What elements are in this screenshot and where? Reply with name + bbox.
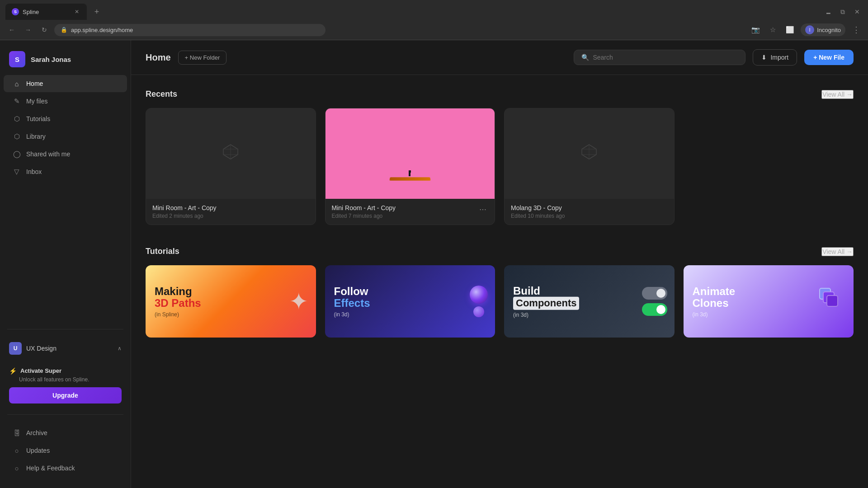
sidebar-item-library[interactable]: ⬡ Library [4, 128, 127, 145]
sidebar-item-label: Library [26, 133, 46, 140]
tutorial-text: Build Components (in 3d) [513, 285, 579, 318]
import-button[interactable]: ⬇ Import [753, 49, 797, 66]
new-folder-button[interactable]: + New Folder [178, 51, 227, 65]
browser-menu-button[interactable]: ⋮ [850, 23, 863, 36]
app-container: S Sarah Jonas ⌂ Home ✎ My files ⬡ Tutori… [0, 40, 868, 488]
window-controls: 🗕 ⧉ ✕ [823, 6, 863, 17]
cube-icon [222, 143, 240, 164]
library-icon: ⬡ [13, 132, 21, 141]
sidebar-item-label: Shared with me [26, 150, 70, 158]
user-avatar: S [9, 51, 25, 67]
files-grid: Mini Room - Art - Copy Edited 2 minutes … [146, 108, 854, 225]
main-content: Home + New Folder 🔍 ⬇ Import + New File … [131, 40, 868, 488]
file-menu-button[interactable]: ⋯ [477, 204, 488, 215]
sidebar-item-label: My files [26, 98, 47, 105]
activate-row: ⚡ Activate Super [9, 367, 122, 375]
maximize-button[interactable]: ⧉ [837, 6, 848, 17]
page-title: Home [146, 52, 171, 63]
team-avatar: U [9, 342, 22, 355]
new-tab-button[interactable]: + [90, 5, 103, 18]
profile-button[interactable]: I Incognito [801, 23, 845, 36]
tab-favicon: S [12, 8, 19, 15]
tutorials-grid: Making 3D Paths (in Spline) ✦ Follow Eff… [146, 265, 854, 338]
sidebar-item-label: Archive [26, 429, 47, 436]
extensions-icon[interactable]: ⬜ [783, 23, 796, 36]
box-icon: ⬡ [13, 115, 21, 123]
file-thumbnail [505, 108, 674, 199]
tutorial-text: Making 3D Paths (in Spline) [155, 286, 201, 318]
tutorial-visual [642, 287, 667, 316]
sidebar-item-shared[interactable]: ◯ Shared with me [4, 145, 127, 163]
tutorial-card[interactable]: Build Components (in 3d) [504, 265, 675, 338]
lightning-icon: ⚡ [9, 367, 17, 375]
file-card[interactable]: Mini Room - Art - Copy Edited 7 minutes … [325, 108, 495, 225]
file-time: Edited 2 minutes ago [152, 213, 217, 219]
chevron-up-icon: ∧ [118, 345, 122, 352]
activate-subtitle: Unlock all features on Spline. [19, 376, 122, 383]
scene-preview [326, 108, 495, 199]
recents-view-all-button[interactable]: View All → [821, 90, 854, 99]
activate-title: Activate Super [20, 367, 61, 374]
address-bar: ← → ↻ 🔒 app.spline.design/home 📷 ☆ ⬜ I I… [0, 20, 868, 40]
tutorial-visual [470, 286, 488, 317]
file-card[interactable]: Molang 3D - Copy Edited 10 minutes ago [504, 108, 675, 225]
inbox-icon: ▽ [13, 168, 21, 176]
file-name: Mini Room - Art - Copy [332, 204, 396, 211]
tutorials-title: Tutorials [146, 247, 179, 256]
upgrade-button[interactable]: Upgrade [9, 387, 122, 404]
search-bar[interactable]: 🔍 [574, 50, 745, 65]
file-card[interactable]: Mini Room - Art - Copy Edited 2 minutes … [146, 108, 316, 225]
search-input[interactable] [593, 54, 738, 61]
tutorial-card[interactable]: Making 3D Paths (in Spline) ✦ [146, 265, 316, 338]
browser-chrome: S Spline ✕ + 🗕 ⧉ ✕ ← → ↻ 🔒 app.spline.de… [0, 0, 868, 40]
url-text: app.spline.design/home [71, 27, 133, 33]
tab-bar: S Spline ✕ + 🗕 ⧉ ✕ [0, 0, 868, 20]
team-item[interactable]: U UX Design ∧ [9, 338, 122, 358]
file-info: Molang 3D - Copy Edited 10 minutes ago [505, 199, 674, 225]
close-window-button[interactable]: ✕ [852, 6, 863, 17]
user-section: S Sarah Jonas [0, 47, 131, 75]
file-thumbnail [146, 108, 316, 199]
help-icon: ○ [13, 464, 21, 472]
sidebar-item-home[interactable]: ⌂ Home [4, 75, 127, 92]
file-thumbnail [326, 108, 495, 199]
reload-button[interactable]: ↻ [38, 23, 51, 36]
screen-share-icon[interactable]: 📷 [749, 23, 762, 36]
bottom-nav: 🗄 Archive ○ Updates ○ Help & Feedback [0, 420, 131, 481]
user-name: Sarah Jonas [31, 56, 71, 63]
recents-title: Recents [146, 89, 177, 99]
archive-icon: 🗄 [13, 429, 21, 437]
back-button[interactable]: ← [5, 23, 18, 36]
bookmark-icon[interactable]: ☆ [766, 23, 779, 36]
sidebar-item-help[interactable]: ○ Help & Feedback [4, 460, 127, 477]
tab-label: Spline [23, 9, 39, 15]
download-icon: ⬇ [761, 54, 767, 61]
sidebar-item-inbox[interactable]: ▽ Inbox [4, 163, 127, 180]
sidebar-divider-2 [7, 414, 123, 415]
main-header: Home + New Folder 🔍 ⬇ Import + New File [131, 40, 868, 75]
sidebar-item-label: Updates [26, 447, 50, 454]
profile-avatar: I [805, 25, 814, 34]
sidebar-item-label: Inbox [26, 168, 42, 175]
tutorial-card[interactable]: Animate Clones (in 3d) [684, 265, 854, 338]
browser-tab[interactable]: S Spline ✕ [5, 4, 87, 20]
file-time: Edited 7 minutes ago [332, 213, 396, 219]
sidebar-item-archive[interactable]: 🗄 Archive [4, 424, 127, 441]
sidebar-item-tutorials[interactable]: ⬡ Tutorials [4, 110, 127, 127]
edit-icon: ✎ [13, 97, 21, 105]
tutorials-view-all-button[interactable]: View All → [821, 247, 854, 256]
sidebar-item-updates[interactable]: ○ Updates [4, 442, 127, 459]
file-info: Mini Room - Art - Copy Edited 7 minutes … [326, 199, 495, 225]
forward-button[interactable]: → [22, 23, 34, 36]
minimize-button[interactable]: 🗕 [823, 6, 834, 17]
empty-slot [684, 108, 854, 225]
sidebar-divider [7, 329, 123, 329]
url-bar[interactable]: 🔒 app.spline.design/home [54, 24, 326, 36]
lock-icon: 🔒 [61, 27, 67, 33]
browser-toolbar: 📷 ☆ ⬜ I Incognito ⋮ [749, 23, 863, 36]
tutorial-card[interactable]: Follow Effects (in 3d) [325, 265, 495, 338]
new-file-button[interactable]: + New File [804, 50, 854, 65]
sidebar-item-my-files[interactable]: ✎ My files [4, 93, 127, 110]
tab-close-button[interactable]: ✕ [73, 8, 80, 15]
team-info: U UX Design [9, 342, 57, 355]
